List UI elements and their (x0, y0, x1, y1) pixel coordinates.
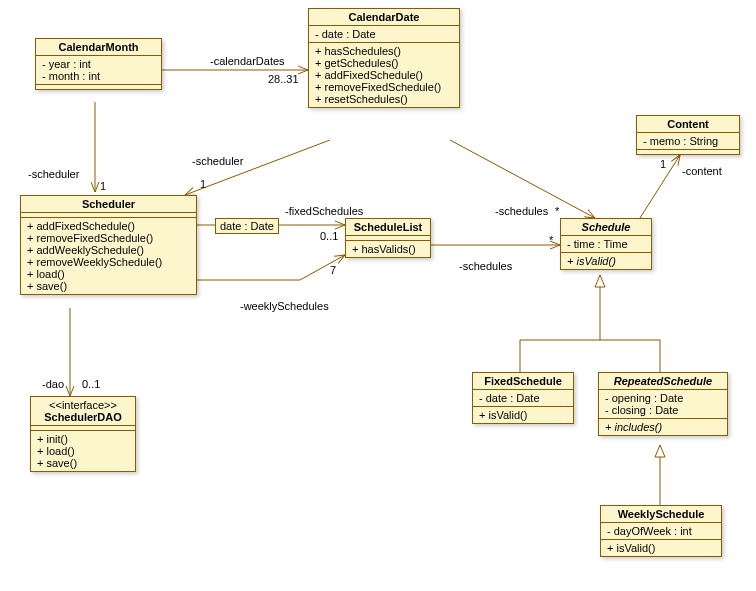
label-mult01: 0..1 (320, 230, 338, 242)
attr: - year : int (42, 58, 155, 70)
op: + isValid() (479, 409, 567, 421)
attr: - closing : Date (605, 404, 721, 416)
op: + load() (27, 268, 190, 280)
op: + includes() (605, 421, 721, 433)
op: + isValid() (607, 542, 715, 554)
ops: + addFixedSchedule() + removeFixedSchedu… (21, 218, 196, 294)
attrs: - time : Time (561, 236, 651, 253)
attr: - date : Date (479, 392, 567, 404)
label-one-b: 1 (200, 178, 206, 190)
svg-line-2 (185, 140, 330, 195)
op: + getSchedules() (315, 57, 453, 69)
op: + hasSchedules() (315, 45, 453, 57)
label-scheduler-1: -scheduler (28, 168, 79, 180)
attrs: - date : Date (309, 26, 459, 43)
attrs: - date : Date (473, 390, 573, 407)
op: + init() (37, 433, 129, 445)
op: + removeFixedSchedule() (315, 81, 453, 93)
attr: - date : Date (315, 28, 453, 40)
attrs: - year : int - month : int (36, 56, 161, 85)
ops (637, 150, 739, 154)
op: + addFixedSchedule() (315, 69, 453, 81)
ops: + hasSchedules() + getSchedules() + addF… (309, 43, 459, 107)
label-fixed-schedules: -fixedSchedules (285, 205, 363, 217)
class-name: <<interface>> SchedulerDAO (31, 397, 135, 426)
class-fixed-schedule: FixedSchedule - date : Date + isValid() (472, 372, 574, 424)
label-schedules-1: -schedules (495, 205, 548, 217)
label-one-a: 1 (100, 180, 106, 192)
label-schedules-2: -schedules (459, 260, 512, 272)
label-seven: 7 (330, 264, 336, 276)
label-dao: -dao (42, 378, 64, 390)
label-calendar-dates: -calendarDates (210, 55, 285, 67)
stereotype: <<interface>> (37, 399, 129, 411)
attrs: - dayOfWeek : int (601, 523, 721, 540)
op: + load() (37, 445, 129, 457)
op: + removeFixedSchedule() (27, 232, 190, 244)
ops (36, 85, 161, 89)
class-weekly-schedule: WeeklySchedule - dayOfWeek : int + isVal… (600, 505, 722, 557)
assoc-class-date: date : Date (215, 218, 279, 234)
class-content: Content - memo : String (636, 115, 740, 155)
op: + removeWeeklySchedule() (27, 256, 190, 268)
ops: + init() + load() + save() (31, 431, 135, 471)
attr: - time : Time (567, 238, 645, 250)
attrs: - opening : Date - closing : Date (599, 390, 727, 419)
class-schedulelist: ScheduleList + hasValids() (345, 218, 431, 258)
label-weekly-schedules: -weeklySchedules (240, 300, 329, 312)
ops: + isValid() (473, 407, 573, 423)
op: + isValid() (567, 255, 645, 267)
attrs: - memo : String (637, 133, 739, 150)
class-repeated-schedule: RepeatedSchedule - opening : Date - clos… (598, 372, 728, 436)
ops: + hasValids() (346, 241, 430, 257)
class-name: RepeatedSchedule (599, 373, 727, 390)
class-name: CalendarDate (309, 9, 459, 26)
op: + resetSchedules() (315, 93, 453, 105)
op: + addWeeklySchedule() (27, 244, 190, 256)
op: + hasValids() (352, 243, 424, 255)
attr: - opening : Date (605, 392, 721, 404)
attr: - month : int (42, 70, 155, 82)
op: + save() (37, 457, 129, 469)
label-mult01b: 0..1 (82, 378, 100, 390)
class-calendar-date: CalendarDate - date : Date + hasSchedule… (308, 8, 460, 108)
ops: + isValid() (601, 540, 721, 556)
class-scheduler-dao: <<interface>> SchedulerDAO + init() + lo… (30, 396, 136, 472)
ops: + includes() (599, 419, 727, 435)
class-name-text: SchedulerDAO (44, 411, 122, 423)
op: + addFixedSchedule() (27, 220, 190, 232)
class-schedule: Schedule - time : Time + isValid() (560, 218, 652, 270)
ops: + isValid() (561, 253, 651, 269)
attr: - memo : String (643, 135, 733, 147)
class-name: Content (637, 116, 739, 133)
label-mult-2831: 28..31 (268, 73, 299, 85)
op: + save() (27, 280, 190, 292)
label-star-1: * (555, 205, 559, 217)
class-calendar-month: CalendarMonth - year : int - month : int (35, 38, 162, 90)
attr: - dayOfWeek : int (607, 525, 715, 537)
class-name: CalendarMonth (36, 39, 161, 56)
class-name: Scheduler (21, 196, 196, 213)
label-star-2: * (549, 234, 553, 246)
label-scheduler-2: -scheduler (192, 155, 243, 167)
label-content: -content (682, 165, 722, 177)
class-name: WeeklySchedule (601, 506, 721, 523)
class-name: Schedule (561, 219, 651, 236)
class-name: FixedSchedule (473, 373, 573, 390)
class-scheduler: Scheduler + addFixedSchedule() + removeF… (20, 195, 197, 295)
label-one-c: 1 (660, 158, 666, 170)
class-name: ScheduleList (346, 219, 430, 236)
